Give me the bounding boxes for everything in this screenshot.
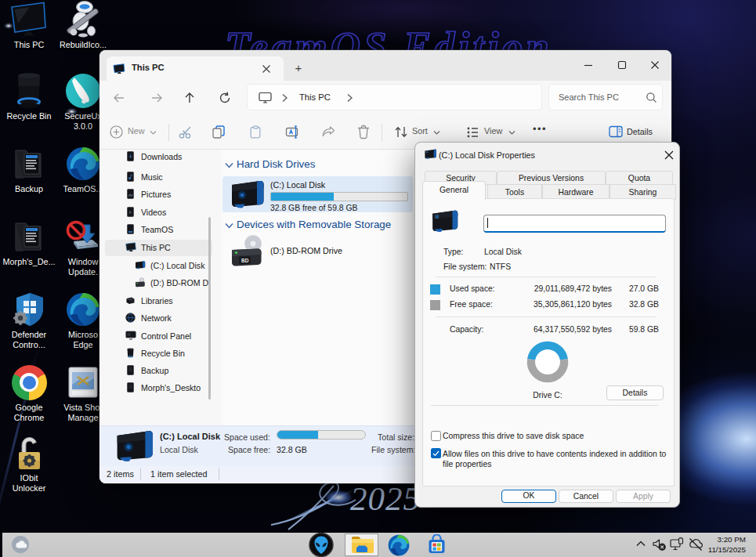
svg-text:BD: BD: [241, 258, 249, 263]
